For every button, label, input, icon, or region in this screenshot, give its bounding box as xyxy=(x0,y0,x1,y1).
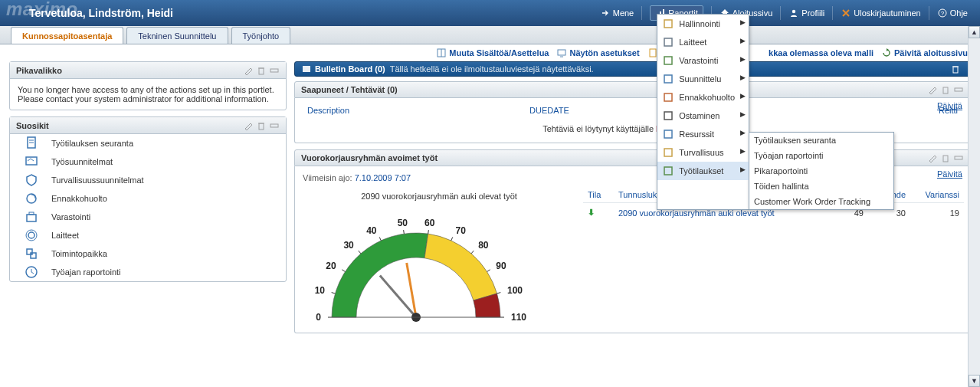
fav-item[interactable]: Laitteet xyxy=(10,226,286,244)
svg-rect-27 xyxy=(31,253,36,258)
layout-icon xyxy=(436,48,447,58)
svg-rect-30 xyxy=(953,67,958,73)
collapse-icon[interactable] xyxy=(953,153,964,163)
svg-text:20: 20 xyxy=(326,261,336,271)
svg-rect-64 xyxy=(664,20,672,28)
topbar-mene[interactable]: Mene xyxy=(600,8,634,18)
svg-rect-22 xyxy=(27,215,36,221)
th-varianssi[interactable]: Varianssi xyxy=(910,187,964,203)
menu-item[interactable]: Ennakkohuolto▶ xyxy=(657,88,749,107)
edit-icon[interactable] xyxy=(927,153,938,163)
edit-icon[interactable] xyxy=(927,84,938,95)
pm-icon xyxy=(24,191,39,206)
status-down-icon: ⬇ xyxy=(588,208,595,217)
kpi-lastrun-link[interactable]: 7.10.2009 7:07 xyxy=(355,173,411,182)
chevron-right-icon: ▶ xyxy=(740,37,746,44)
svg-rect-66 xyxy=(664,57,672,64)
chevron-right-icon: ▶ xyxy=(740,110,746,118)
action-muuta-sisaltoa[interactable]: Muuta Sisältöä/Asettelua xyxy=(436,48,549,58)
svg-line-51 xyxy=(451,237,453,241)
cycle-icon xyxy=(662,91,674,103)
menu-item[interactable]: Suunnittelu▶ xyxy=(657,70,749,88)
menu-item[interactable]: Työtilaukset▶ xyxy=(657,162,749,180)
svg-line-43 xyxy=(359,251,361,254)
collapse-icon[interactable] xyxy=(953,84,964,95)
action-nayton-asetukset[interactable]: Näytön asetukset xyxy=(556,48,639,58)
submenu-item[interactable]: Työtilauksen seuranta xyxy=(749,133,893,148)
svg-text:60: 60 xyxy=(424,218,435,228)
submenu-item[interactable]: Pikaraportointi xyxy=(749,163,893,179)
svg-text:40: 40 xyxy=(366,225,377,236)
page-scrollbar[interactable]: ▲ ▼ xyxy=(968,26,980,350)
svg-rect-23 xyxy=(29,212,34,215)
svg-rect-67 xyxy=(664,75,672,83)
location-icon xyxy=(24,246,39,261)
svg-text:80: 80 xyxy=(478,240,489,251)
trash-icon[interactable] xyxy=(940,153,951,163)
goto-icon xyxy=(600,8,611,18)
col-description[interactable]: Description xyxy=(307,106,529,115)
kpi-refresh-link[interactable]: Päivitä xyxy=(937,169,962,179)
trash-icon[interactable] xyxy=(940,84,951,95)
trash-icon[interactable] xyxy=(256,120,267,131)
submenu-item[interactable]: Töiden hallinta xyxy=(749,179,893,194)
fav-item[interactable]: Toimintopaikka xyxy=(10,244,286,263)
edit-icon[interactable] xyxy=(243,120,254,131)
fav-item[interactable]: Työajan raportointi xyxy=(10,263,286,281)
submenu-item[interactable]: Työajan raportointi xyxy=(749,148,893,163)
chevron-right-icon: ▶ xyxy=(740,129,746,136)
topbar-ohje[interactable]: ? Ohje xyxy=(937,8,968,18)
tab-tyonjohto[interactable]: Työnjohto xyxy=(231,27,291,44)
chevron-right-icon: ▶ xyxy=(740,55,746,63)
svg-rect-10 xyxy=(650,49,656,57)
svg-rect-33 xyxy=(955,88,962,91)
svg-rect-13 xyxy=(270,69,278,72)
submenu-item[interactable]: Customer Work Order Tracking xyxy=(749,194,893,209)
menu-raportit: Hallinnointi▶Laitteet▶Varastointi▶Suunni… xyxy=(657,14,749,210)
svg-rect-71 xyxy=(664,149,672,156)
svg-text:110: 110 xyxy=(511,312,526,323)
fav-item[interactable]: Ennakkohuolto xyxy=(10,189,286,208)
bulletin-title: Bulletin Board (0) xyxy=(315,64,385,74)
svg-line-45 xyxy=(379,237,381,241)
fav-item[interactable]: Varastointi xyxy=(10,208,286,226)
trash-icon[interactable] xyxy=(256,65,267,76)
th-tila[interactable]: Tila xyxy=(583,187,614,203)
fav-item[interactable]: Työtilauksen seuranta xyxy=(10,134,286,153)
fav-item[interactable]: Turvallisuussuunnitelmat xyxy=(10,171,286,189)
svg-text:100: 100 xyxy=(507,285,523,296)
kpi-var: 19 xyxy=(910,203,964,223)
cart-icon xyxy=(662,110,674,122)
warn-icon xyxy=(662,146,674,159)
folder-icon xyxy=(662,18,674,30)
menu-item[interactable]: Resurssit▶ xyxy=(657,125,749,143)
fav-item[interactable]: Työsuunnitelmat xyxy=(10,153,286,171)
box-icon xyxy=(662,54,674,67)
svg-text:30: 30 xyxy=(343,240,354,251)
pikavalikko-message: You no longer have access to any of the … xyxy=(10,79,286,110)
trash-icon[interactable] xyxy=(950,64,961,74)
svg-rect-68 xyxy=(664,93,672,101)
scroll-up-button[interactable]: ▲ xyxy=(969,26,980,38)
svg-line-57 xyxy=(497,293,501,294)
svg-rect-11 xyxy=(259,68,264,74)
svg-point-25 xyxy=(26,230,37,241)
tab-tekninen[interactable]: Tekninen Suunnittelu xyxy=(126,27,228,44)
chevron-right-icon: ▶ xyxy=(740,166,746,173)
menu-item[interactable]: Laitteet▶ xyxy=(657,33,749,51)
gauge-caption: 2090 vuorokorjausryhmän auki olevat työt xyxy=(301,192,577,201)
menu-item[interactable]: Turvallisuus▶ xyxy=(657,143,749,162)
tasks-title: Saapuneet / Tehtävät (0) xyxy=(301,85,398,94)
menu-item[interactable]: Varastointi▶ xyxy=(657,51,749,70)
time-icon xyxy=(24,264,39,280)
tab-kunnossapito[interactable]: Kunnossapitoasentaja xyxy=(11,27,123,44)
tasks-refresh-link[interactable]: Päivitä xyxy=(937,101,962,110)
svg-rect-72 xyxy=(664,167,672,175)
menu-item[interactable]: Hallinnointi▶ xyxy=(657,15,749,33)
menu-item[interactable]: Ostaminen▶ xyxy=(657,107,749,125)
svg-line-49 xyxy=(428,230,429,234)
asset-icon xyxy=(24,228,39,243)
collapse-icon[interactable] xyxy=(269,120,280,131)
collapse-icon[interactable] xyxy=(269,65,280,76)
edit-icon[interactable] xyxy=(243,65,254,76)
